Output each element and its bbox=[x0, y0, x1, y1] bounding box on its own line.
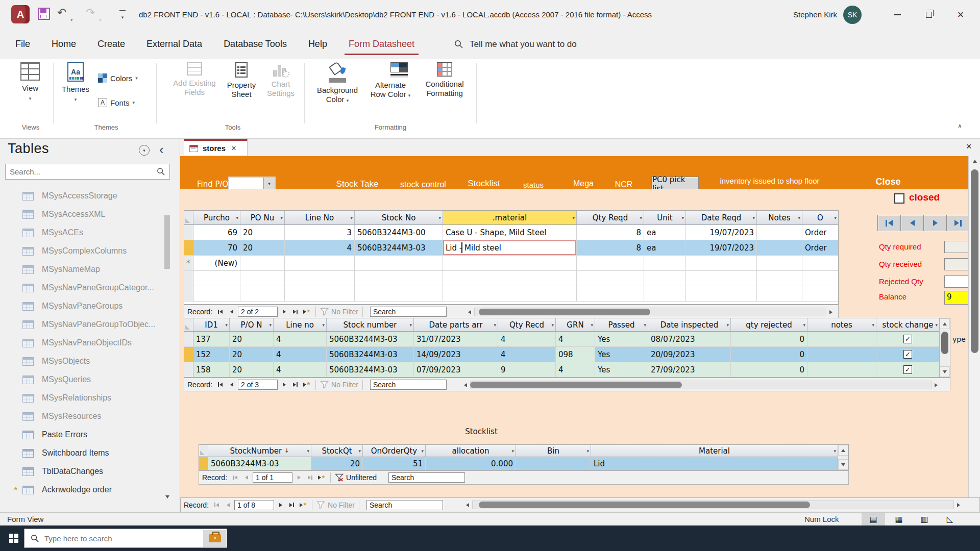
filter-dropdown-icon[interactable]: ▾ bbox=[640, 215, 642, 220]
record-selector[interactable]: * bbox=[184, 256, 193, 271]
sidebar-item[interactable]: Paste Errors bbox=[0, 425, 172, 444]
column-header[interactable]: Date inspected▾ bbox=[648, 318, 731, 331]
table-cell[interactable]: 0 bbox=[731, 332, 807, 347]
table-cell[interactable]: 158 bbox=[193, 362, 230, 378]
table-cell[interactable] bbox=[757, 240, 802, 256]
table-cell[interactable]: (New) bbox=[193, 256, 240, 271]
table-cell[interactable]: 4 bbox=[274, 347, 327, 362]
qty-required-field[interactable] bbox=[944, 241, 968, 253]
table-cell[interactable] bbox=[240, 256, 285, 271]
filter-dropdown-icon[interactable]: ▾ bbox=[350, 215, 353, 220]
filter-dropdown-icon[interactable]: ▾ bbox=[644, 322, 646, 328]
last-record-button[interactable] bbox=[290, 380, 300, 389]
taskbar-search-input[interactable] bbox=[44, 534, 172, 543]
nav-pane-menu-icon[interactable]: ▾ bbox=[139, 145, 150, 156]
next-record-button[interactable] bbox=[276, 500, 285, 510]
column-header[interactable]: qty rejected▾ bbox=[731, 318, 807, 331]
avatar[interactable]: SK bbox=[843, 6, 862, 24]
table-cell[interactable]: 20 bbox=[240, 240, 285, 256]
tab-external-data[interactable]: External Data bbox=[146, 39, 202, 49]
new-record-button[interactable]: * bbox=[302, 380, 311, 389]
nav-scrollbar-thumb[interactable] bbox=[164, 215, 170, 269]
table-cell[interactable]: 20 bbox=[230, 332, 274, 347]
form-view-button[interactable]: ▤ bbox=[862, 513, 885, 525]
record-next-button[interactable] bbox=[924, 215, 946, 231]
column-header[interactable]: GRN▾ bbox=[556, 318, 595, 331]
column-header[interactable]: StockNumber↓▾ bbox=[208, 445, 311, 457]
filter-dropdown-icon[interactable]: ▾ bbox=[572, 215, 575, 220]
table-cell[interactable]: 4 bbox=[285, 240, 355, 256]
hscroll-thumb[interactable] bbox=[479, 502, 810, 508]
column-header[interactable]: StockQt▾ bbox=[311, 445, 363, 457]
table-cell[interactable]: 19/07/2023 bbox=[686, 225, 757, 240]
table-vertical-scrollbar[interactable] bbox=[939, 318, 950, 377]
tab-database-tools[interactable]: Database Tools bbox=[224, 39, 287, 49]
table-cell[interactable] bbox=[807, 332, 876, 347]
mega-button[interactable]: Mega bbox=[573, 179, 594, 188]
record-selector[interactable] bbox=[184, 362, 193, 378]
table-cell[interactable] bbox=[757, 256, 802, 271]
filter-dropdown-icon[interactable]: ▾ bbox=[591, 322, 593, 328]
filter-toggle[interactable]: No Filter bbox=[316, 501, 355, 509]
new-record-button[interactable]: * bbox=[316, 473, 326, 483]
last-record-button[interactable] bbox=[305, 473, 315, 483]
table-cell[interactable]: 5060B3244M3-03 bbox=[355, 240, 443, 256]
filter-dropdown-icon[interactable]: ▾ bbox=[225, 322, 228, 328]
minimize-button[interactable] bbox=[881, 0, 913, 29]
column-header[interactable]: allocation▾ bbox=[426, 445, 516, 457]
table-cell[interactable]: 31/07/2023 bbox=[414, 332, 498, 347]
column-header[interactable]: Qty Reqd▾ bbox=[577, 211, 644, 224]
filter-dropdown-icon[interactable]: ▾ bbox=[834, 448, 836, 454]
table-cell[interactable]: Lid - Mild steel bbox=[443, 240, 577, 256]
column-header[interactable]: Qty Recd▾ bbox=[498, 318, 556, 331]
filter-toggle[interactable]: No Filter bbox=[320, 381, 358, 389]
table-cell[interactable] bbox=[644, 256, 686, 271]
sidebar-item[interactable]: MSysComplexColumns bbox=[0, 242, 172, 260]
table-cell[interactable] bbox=[577, 256, 644, 271]
hscroll-right-icon[interactable] bbox=[932, 381, 941, 389]
status-button[interactable]: status bbox=[523, 181, 544, 189]
table-cell[interactable] bbox=[757, 225, 802, 240]
datasheet-corner[interactable] bbox=[184, 211, 193, 224]
column-header[interactable]: Bin▾ bbox=[516, 445, 591, 457]
layout-view-button[interactable]: ▥ bbox=[913, 513, 936, 525]
table-cell[interactable]: 20 bbox=[311, 457, 363, 470]
column-header[interactable]: Date Reqd▾ bbox=[686, 211, 757, 224]
table-cell[interactable] bbox=[802, 256, 839, 271]
hscroll-left-icon[interactable] bbox=[465, 308, 474, 316]
filter-dropdown-icon[interactable]: ▾ bbox=[872, 322, 874, 328]
table-cell[interactable]: ea bbox=[644, 225, 686, 240]
new-record-button[interactable]: * bbox=[298, 500, 308, 510]
first-record-button[interactable] bbox=[215, 307, 225, 317]
table-cell[interactable] bbox=[516, 457, 591, 470]
save-icon[interactable] bbox=[38, 8, 50, 20]
table-cell[interactable]: Order bbox=[802, 225, 839, 240]
table-cell[interactable]: 4 bbox=[274, 362, 327, 378]
filter-dropdown-icon[interactable]: ▾ bbox=[511, 448, 514, 454]
next-record-button[interactable] bbox=[279, 380, 289, 389]
closed-checkbox[interactable] bbox=[894, 193, 904, 204]
table-cell[interactable]: ea bbox=[644, 240, 686, 256]
filter-dropdown-icon[interactable]: ▾ bbox=[236, 215, 238, 220]
table-vertical-scrollbar[interactable] bbox=[838, 445, 848, 470]
previous-record-button[interactable] bbox=[223, 500, 233, 510]
previous-record-button[interactable] bbox=[227, 307, 236, 317]
table-cell[interactable]: ✓ bbox=[876, 362, 940, 378]
table-cell[interactable]: 5060B3244M3-00 bbox=[355, 225, 443, 240]
combo-dropdown-icon[interactable]: ▾ bbox=[263, 178, 275, 189]
next-record-button[interactable] bbox=[294, 473, 304, 483]
column-header[interactable]: Passed▾ bbox=[595, 318, 648, 331]
sidebar-item[interactable]: MSysAccessXML bbox=[0, 205, 172, 223]
start-button[interactable] bbox=[9, 534, 18, 543]
column-header[interactable]: Line no▾ bbox=[274, 318, 327, 331]
filter-toggle[interactable]: No Filter bbox=[320, 308, 358, 316]
table-cell[interactable]: Yes bbox=[595, 362, 648, 378]
table-cell[interactable]: 4 bbox=[556, 362, 595, 378]
filter-dropdown-icon[interactable]: ▾ bbox=[494, 322, 496, 328]
tab-form-datasheet[interactable]: Form Datasheet bbox=[349, 39, 414, 49]
form-vertical-scrollbar[interactable] bbox=[968, 156, 980, 497]
column-header[interactable]: Material▾ bbox=[591, 445, 838, 457]
table-cell[interactable]: 07/09/2023 bbox=[414, 362, 498, 378]
table-cell[interactable]: Yes bbox=[595, 347, 648, 362]
column-header[interactable]: Date parts arr▾ bbox=[414, 318, 498, 331]
